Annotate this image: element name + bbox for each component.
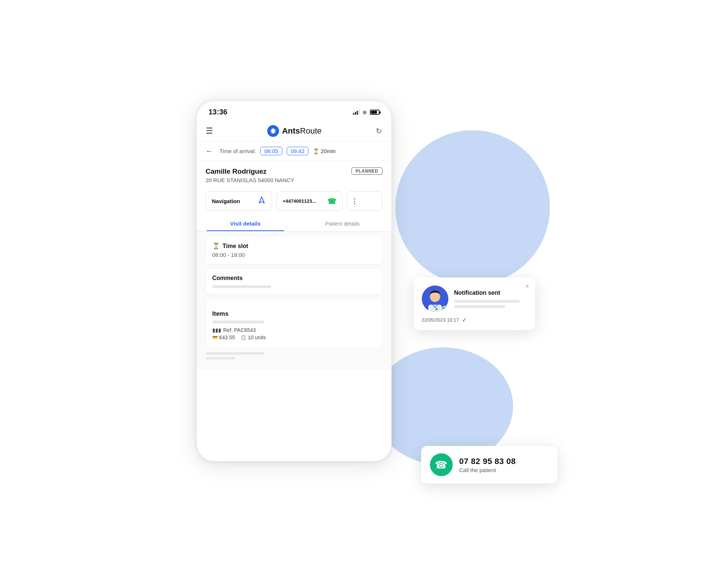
barcode-icon: ▮▮▮	[212, 327, 221, 333]
item-price: €43.55	[219, 334, 235, 340]
battery-icon	[370, 110, 379, 115]
notif-content: Notification sent	[454, 290, 527, 308]
duration-badge: ⏳ 20min	[313, 148, 336, 154]
clock-icon: ⏳	[313, 148, 319, 154]
close-icon[interactable]: ×	[525, 283, 529, 290]
phone-number-label: +4474001123...	[283, 198, 316, 204]
notif-datetime: 22/05/2023 10:17	[422, 317, 459, 323]
status-icons: ⊛	[353, 109, 379, 115]
avatar	[422, 286, 448, 312]
check-icon: ✓	[462, 316, 467, 323]
notif-placeholder-2	[454, 305, 505, 308]
time-badge-2: 09:42	[287, 147, 309, 155]
call-card[interactable]: ☎ 07 82 95 83 08 Call the patient	[421, 446, 557, 483]
timeslot-value: 08:00 - 18:00	[212, 252, 376, 258]
comments-section: Comments	[206, 269, 382, 294]
hamburger-icon[interactable]: ☰	[206, 126, 213, 136]
signal-icon	[353, 110, 360, 115]
price-icon: 💳	[212, 335, 218, 340]
tab-visit-details[interactable]: Visit details	[197, 215, 294, 231]
comments-title: Comments	[212, 275, 376, 281]
refresh-icon[interactable]: ↻	[376, 127, 382, 135]
comments-placeholder	[212, 285, 271, 288]
phone-call-icon: ☎	[435, 459, 448, 471]
navigation-icon	[258, 196, 266, 206]
content-area: ⏳ Time slot 08:00 - 18:00 Comments Items…	[197, 231, 391, 346]
box-icon: 📋	[241, 335, 246, 340]
action-buttons: Navigation +4474001123... ☎ ⋮	[197, 187, 391, 215]
logo-icon	[267, 125, 279, 137]
notif-placeholder-1	[454, 300, 520, 303]
item-ref: ▮▮▮ Ref. PAC6543	[212, 327, 376, 333]
extra-icon: ⋮	[351, 197, 358, 205]
duration-value: 20min	[321, 148, 336, 154]
decorative-arc-top	[395, 130, 550, 285]
status-badge: PLANNED	[352, 167, 382, 175]
wifi-icon: ⊛	[363, 109, 367, 115]
call-number: 07 82 95 83 08	[459, 457, 548, 466]
arrival-label: Time of arrival:	[220, 148, 256, 154]
notification-card: ×	[414, 277, 535, 330]
svg-rect-4	[430, 305, 440, 312]
status-bar: 13:36 ⊛	[197, 101, 391, 121]
call-button[interactable]: ☎	[430, 453, 453, 476]
item-details: 💳 €43.55 📋 10 units	[212, 334, 376, 340]
notif-title: Notification sent	[454, 290, 527, 296]
notif-footer: 22/05/2023 10:17 ✓	[422, 316, 527, 323]
item-units: 10 units	[248, 334, 266, 340]
app-logo: AntsRoute	[267, 125, 322, 137]
call-info: 07 82 95 83 08 Call the patient	[459, 457, 548, 473]
phone-icon: ☎	[327, 197, 336, 206]
patient-address: 20 RUE STANISLAS 54000 NANCY	[206, 177, 294, 183]
svg-point-5	[435, 308, 438, 310]
phone-frame: 13:36 ⊛ ☰	[197, 101, 392, 461]
online-indicator	[442, 306, 447, 311]
extra-button[interactable]: ⋮	[347, 191, 382, 211]
items-placeholder-bar	[212, 320, 264, 323]
items-section: Items ▮▮▮ Ref. PAC6543 💳 €43.55 📋 10 uni…	[206, 299, 382, 346]
status-time: 13:36	[209, 108, 227, 116]
items-title: Items	[212, 310, 376, 318]
notif-header: Notification sent	[422, 286, 527, 312]
patient-row: Camille Rodriguez 20 RUE STANISLAS 54000…	[206, 167, 382, 183]
navigation-button[interactable]: Navigation	[206, 191, 272, 211]
tab-patient-details[interactable]: Patient details	[294, 215, 391, 231]
back-button[interactable]: ←	[206, 147, 213, 155]
patient-info: Camille Rodriguez 20 RUE STANISLAS 54000…	[197, 161, 391, 187]
phone-button[interactable]: +4474001123... ☎	[276, 191, 343, 211]
clock-icon-section: ⏳	[212, 242, 220, 249]
app-header: ☰ AntsRoute ↻	[197, 121, 391, 142]
tabs: Visit details Patient details	[197, 215, 391, 231]
logo-text: AntsRoute	[282, 126, 322, 136]
footer-bars	[197, 346, 391, 369]
navigation-label: Navigation	[212, 198, 240, 204]
call-label: Call the patient	[459, 467, 548, 473]
timeslot-section: ⏳ Time slot 08:00 - 18:00	[206, 237, 382, 264]
nav-bar: ← Time of arrival: 08:05 09:42 ⏳ 20min	[197, 142, 391, 161]
patient-name: Camille Rodriguez	[206, 167, 294, 176]
timeslot-title: ⏳ Time slot	[212, 242, 376, 249]
time-badge-1: 08:05	[260, 147, 282, 155]
